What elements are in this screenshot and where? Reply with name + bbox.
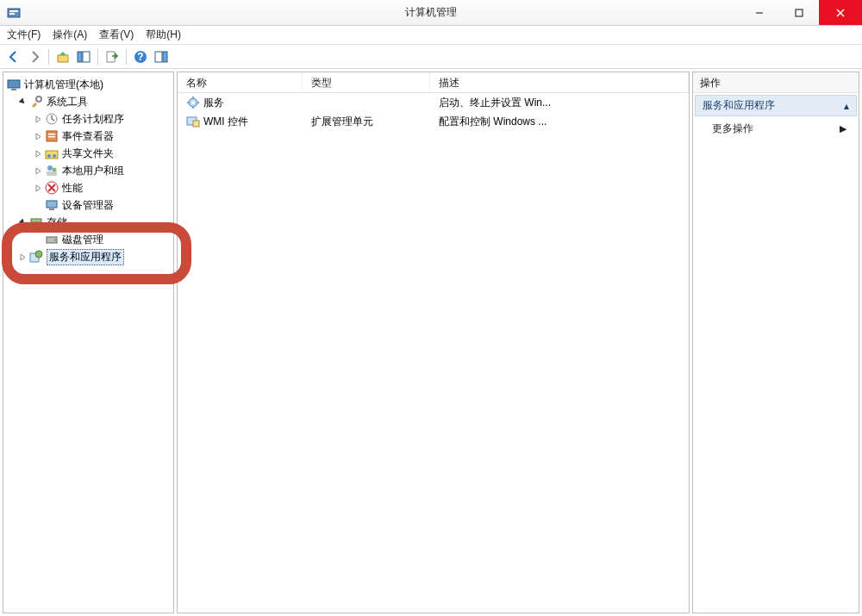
- tree-shared-folders[interactable]: 共享文件夹: [3, 145, 173, 162]
- expander-spacer: [33, 200, 43, 210]
- svg-point-25: [47, 165, 53, 171]
- svg-point-23: [47, 154, 51, 158]
- expander-closed-icon[interactable]: [33, 148, 43, 159]
- disk-icon: [45, 233, 59, 246]
- expander-closed-icon[interactable]: [17, 252, 28, 262]
- tree-system-tools[interactable]: 系统工具: [3, 93, 173, 110]
- tree-event-viewer[interactable]: 事件查看器: [3, 128, 173, 145]
- svg-rect-10: [107, 52, 115, 62]
- tree-root[interactable]: 计算机管理(本地): [3, 76, 173, 93]
- expander-closed-icon[interactable]: [33, 131, 43, 141]
- chevron-right-icon: ▶: [840, 123, 846, 134]
- svg-rect-16: [11, 89, 16, 90]
- tree-label: 事件查看器: [62, 129, 114, 144]
- tree-label: 计算机管理(本地): [24, 78, 103, 92]
- tree-storage[interactable]: 存储: [3, 214, 173, 231]
- actions-group-title: 服务和应用程序: [703, 98, 775, 113]
- tree-performance[interactable]: 性能: [3, 179, 173, 196]
- svg-rect-31: [31, 219, 41, 222]
- expander-closed-icon[interactable]: [33, 183, 43, 193]
- tree-label: 存储: [47, 215, 67, 230]
- cell-desc: 配置和控制 Windows ...: [439, 115, 547, 129]
- col-header-desc[interactable]: 描述: [430, 72, 689, 92]
- cell-desc: 启动、终止并设置 Win...: [439, 96, 551, 110]
- svg-text:?: ?: [137, 51, 143, 63]
- menubar: 文件(F) 操作(A) 查看(V) 帮助(H): [0, 26, 862, 45]
- svg-point-26: [53, 168, 57, 172]
- tools-icon: [29, 95, 43, 109]
- workarea: 计算机管理(本地) 系统工具: [0, 69, 862, 616]
- toolbar-separator: [97, 49, 98, 65]
- window-title: 计算机管理: [405, 5, 457, 20]
- storage-icon: [29, 215, 43, 229]
- menu-help[interactable]: 帮助(H): [146, 28, 181, 42]
- menu-file[interactable]: 文件(F): [7, 28, 41, 42]
- svg-point-17: [36, 96, 41, 102]
- tree-task-scheduler[interactable]: 任务计划程序: [3, 110, 173, 128]
- window-controls: [740, 0, 862, 25]
- tree-label: 系统工具: [47, 95, 88, 109]
- svg-rect-20: [48, 134, 55, 135]
- cell-type: 扩展管理单元: [311, 115, 373, 129]
- list-rows: 服务 启动、终止并设置 Win... WMI 控件 扩展管理单元 配置和控制 W…: [178, 93, 689, 131]
- forward-button[interactable]: [25, 47, 44, 66]
- action-more[interactable]: 更多操作 ▶: [693, 118, 859, 140]
- tree-services-apps[interactable]: 服务和应用程序: [3, 248, 173, 265]
- close-button[interactable]: [819, 0, 862, 25]
- svg-rect-4: [796, 9, 803, 16]
- performance-icon: [45, 181, 59, 195]
- export-button[interactable]: [103, 47, 122, 66]
- actions-header: 操作: [693, 72, 859, 93]
- svg-rect-32: [31, 223, 41, 227]
- minimize-button[interactable]: [740, 0, 779, 25]
- services-apps-icon: [29, 250, 43, 264]
- svg-rect-8: [78, 52, 82, 62]
- cell-name: WMI 控件: [203, 115, 248, 129]
- device-icon: [45, 198, 59, 212]
- gear-icon: [186, 96, 200, 109]
- svg-point-24: [53, 154, 56, 158]
- toolbar: ?: [0, 45, 862, 69]
- collapse-icon: ▴: [844, 100, 849, 112]
- svg-rect-40: [193, 121, 199, 127]
- col-header-name[interactable]: 名称: [178, 72, 303, 92]
- up-button[interactable]: [53, 47, 72, 66]
- tree-label: 磁盘管理: [62, 233, 103, 247]
- computer-icon: [7, 78, 21, 91]
- svg-point-38: [191, 101, 195, 104]
- tree-disk-management[interactable]: 磁盘管理: [3, 231, 173, 248]
- list-item-services[interactable]: 服务 启动、终止并设置 Win...: [178, 93, 689, 112]
- expander-open-icon[interactable]: [17, 217, 28, 227]
- svg-rect-27: [47, 171, 57, 176]
- help-button[interactable]: ?: [131, 47, 150, 66]
- actions-group-header[interactable]: 服务和应用程序 ▴: [695, 95, 857, 116]
- svg-rect-15: [8, 80, 20, 88]
- expander-closed-icon[interactable]: [33, 165, 43, 176]
- toolbar-separator: [126, 49, 127, 65]
- back-button[interactable]: [4, 47, 23, 66]
- titlebar: 计算机管理: [0, 0, 862, 26]
- svg-rect-14: [163, 52, 167, 62]
- clock-icon: [45, 112, 59, 126]
- tree-label-selected: 服务和应用程序: [47, 249, 124, 265]
- menu-action[interactable]: 操作(A): [53, 28, 87, 42]
- expander-closed-icon[interactable]: [33, 114, 43, 124]
- shared-folder-icon: [45, 146, 59, 160]
- tree-device-manager[interactable]: 设备管理器: [3, 196, 173, 214]
- tree-label: 性能: [62, 181, 83, 196]
- show-hide-tree-button[interactable]: [74, 47, 93, 66]
- list-pane: 名称 类型 描述 服务 启动、终止并设置 Win... WMI 控件 扩展管理单…: [177, 72, 690, 613]
- list-item-wmi[interactable]: WMI 控件 扩展管理单元 配置和控制 Windows ...: [178, 112, 689, 131]
- show-hide-action-button[interactable]: [152, 47, 171, 66]
- maximize-button[interactable]: [779, 0, 819, 25]
- menu-view[interactable]: 查看(V): [99, 28, 134, 42]
- tree-label: 本地用户和组: [62, 164, 124, 178]
- expander-open-icon[interactable]: [17, 96, 28, 107]
- tree-label: 共享文件夹: [62, 146, 114, 161]
- actions-pane: 操作 服务和应用程序 ▴ 更多操作 ▶: [692, 72, 859, 613]
- tree-label: 设备管理器: [62, 198, 114, 213]
- expander-spacer: [33, 234, 43, 245]
- svg-rect-30: [49, 208, 54, 210]
- tree-local-users[interactable]: 本地用户和组: [3, 162, 173, 179]
- col-header-type[interactable]: 类型: [303, 72, 430, 92]
